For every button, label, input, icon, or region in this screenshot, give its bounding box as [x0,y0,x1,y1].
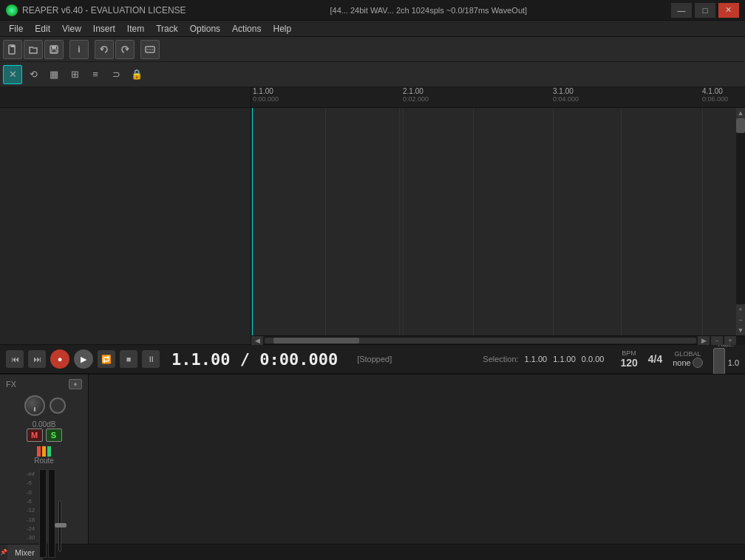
zoom-out-button[interactable]: − [711,336,723,345]
db-label: 0.00dB [33,420,56,428]
repeat-button[interactable]: 🔁 [98,350,115,368]
knob-row [23,394,66,417]
playhead [252,108,253,335]
app-logo [6,4,18,16]
mixer-tab[interactable]: Mixer [7,544,43,561]
midi-input-button[interactable] [140,40,160,59]
ruler-label-4: 4.1.00 [702,87,728,95]
timesig-section[interactable]: 4/4 [648,353,662,365]
selection-length: 0.0.00 [582,355,605,363]
ms-buttons: M S [27,428,62,442]
vu-meter-right [48,469,55,558]
ruler-mark-3: 3.1.00 0:04.000 [553,87,579,103]
toolbar1: i [0,37,745,62]
go-to-start-button[interactable]: ⏮ [6,350,24,368]
route-button[interactable]: Route [22,446,67,465]
vu-label: -12 [27,507,35,513]
menu-file[interactable]: File [3,21,29,37]
ruler-mark-2: 2.1.00 0:02.000 [403,87,429,103]
vu-label: -6 [27,498,35,505]
grid-line [553,108,554,335]
ruler-label-1: 1.1.00 [253,87,279,95]
rate-control: 1.0 [713,348,739,378]
global-value-row: none [673,358,702,368]
grid-line [325,108,326,335]
redo-button[interactable] [115,40,135,59]
aux-knob[interactable] [50,397,66,414]
loop2-tool-button[interactable]: ⊃ [106,65,126,84]
mixer-area: FX ● 0.00dB M S [0,374,745,544]
ripple-tool-button[interactable]: ⊞ [65,65,84,84]
menu-view[interactable]: View [56,21,87,37]
global-sub: none [673,358,690,367]
vu-label: -18 [27,516,35,523]
ruler-label-3: 3.1.00 [553,87,579,95]
global-section: GLOBAL none [673,350,702,368]
arrange-area: 1.1.00 0:00.000 2.1.00 0:02.000 3.1.00 0… [251,87,745,344]
grid-tool-button[interactable]: ▦ [44,65,64,84]
menu-edit[interactable]: Edit [29,21,56,37]
vu-meter-left [39,469,47,558]
svg-rect-2 [11,45,15,47]
go-to-end-button[interactable]: ⏭ [28,350,46,368]
loop-tool-button[interactable]: ⟲ [24,65,43,84]
h-scroll-left-button[interactable]: ◀ [251,336,263,345]
undo-button[interactable] [95,40,114,59]
lock-tool-button[interactable]: 🔒 [127,65,146,84]
bpm-value[interactable]: 120 [620,357,637,369]
global-toggle[interactable] [693,358,703,368]
pause-button[interactable]: ⏸ [142,350,160,368]
play-button[interactable]: ▶ [74,349,93,369]
zoom-in-button[interactable]: + [724,336,736,345]
arrange-grid-area[interactable] [251,108,736,335]
menu-item[interactable]: Item [121,21,150,37]
fx-power-button[interactable]: ● [69,379,82,389]
grid-line [621,108,622,335]
ruler-sublabel-2: 0:02.000 [403,95,429,103]
vu-label: -30 [27,534,35,541]
v-scroll-track[interactable] [736,118,745,304]
fader-thumb[interactable] [55,523,67,527]
bottom-tab-pin[interactable]: 📌 [0,544,7,560]
v-scroll-zoom-minus[interactable]: − [736,315,745,325]
pin-icon: 📌 [0,549,7,556]
restore-button[interactable]: □ [695,3,715,18]
selection-end: 1.1.00 [553,355,576,363]
bottom-tabs: 📌 Mixer [0,544,745,560]
cursor-tool-button[interactable]: ✕ [3,65,22,84]
solo-button[interactable]: S [46,428,62,442]
close-button[interactable]: ✕ [718,3,739,18]
project-info-button[interactable]: i [69,40,89,59]
open-project-button[interactable] [24,40,43,59]
minimize-button[interactable]: — [671,3,692,18]
menu-insert[interactable]: Insert [87,21,121,37]
new-project-button[interactable] [3,40,22,59]
v-scroll-thumb[interactable] [736,118,745,133]
selection-start: 1.1.00 [525,355,548,363]
audio-status: [44... 24bit WAV... 2ch 1024spls ~0.0/18… [330,6,527,15]
menu-help[interactable]: Help [267,21,297,37]
stop-button[interactable]: ■ [120,350,137,368]
v-scroll-up-button[interactable]: ▲ [736,108,745,118]
v-scroll-down-button[interactable]: ▼ [736,325,745,335]
h-scroll-right-button[interactable]: ▶ [698,336,710,345]
h-scroll-track[interactable] [265,338,696,344]
h-scroll-thumb[interactable] [273,338,360,344]
v-scroll-zoom-plus[interactable]: + [736,304,745,315]
pan-knob[interactable] [24,395,45,416]
timeline-ruler: 1.1.00 0:00.000 2.1.00 0:02.000 3.1.00 0… [251,87,745,108]
rate-slider[interactable] [713,348,725,378]
menu-options[interactable]: Options [184,21,226,37]
lines-tool-button[interactable]: ≡ [86,65,105,84]
selection-info: Selection: 1.1.00 1.1.00 0.0.00 [483,355,604,363]
menu-track[interactable]: Track [150,21,184,37]
title-left: REAPER v6.40 - EVALUATION LICENSE [6,4,186,16]
grid-line [399,108,400,335]
fader-track[interactable] [58,500,61,552]
mute-button[interactable]: M [27,428,43,442]
menu-actions[interactable]: Actions [226,21,267,37]
record-button[interactable]: ● [50,349,69,369]
grid-line [403,108,404,335]
inner-arrange: ▲ + − ▼ [251,108,745,335]
save-project-button[interactable] [44,40,64,59]
